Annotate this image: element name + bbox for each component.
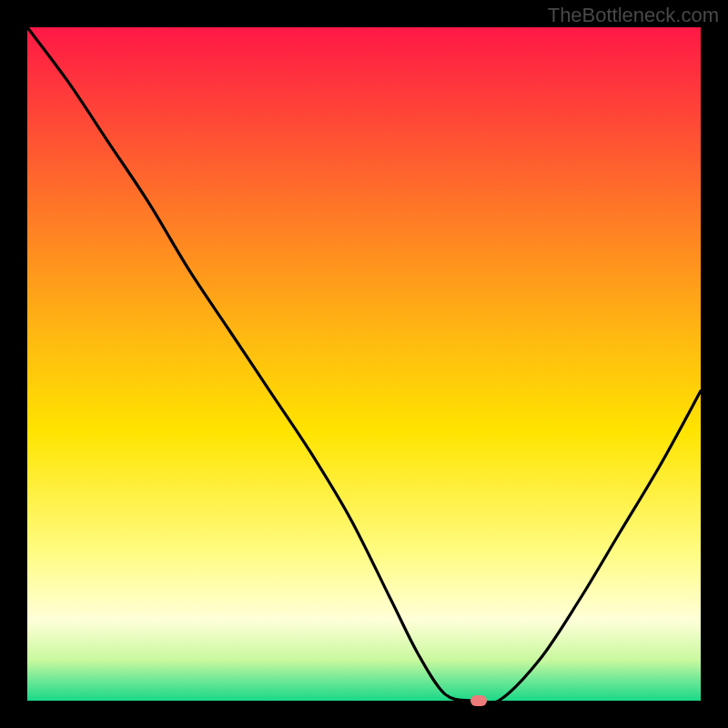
watermark-text: TheBottleneck.com (548, 4, 719, 27)
optimal-marker (470, 695, 487, 706)
curve-line (27, 27, 701, 701)
plot-area (27, 27, 701, 701)
